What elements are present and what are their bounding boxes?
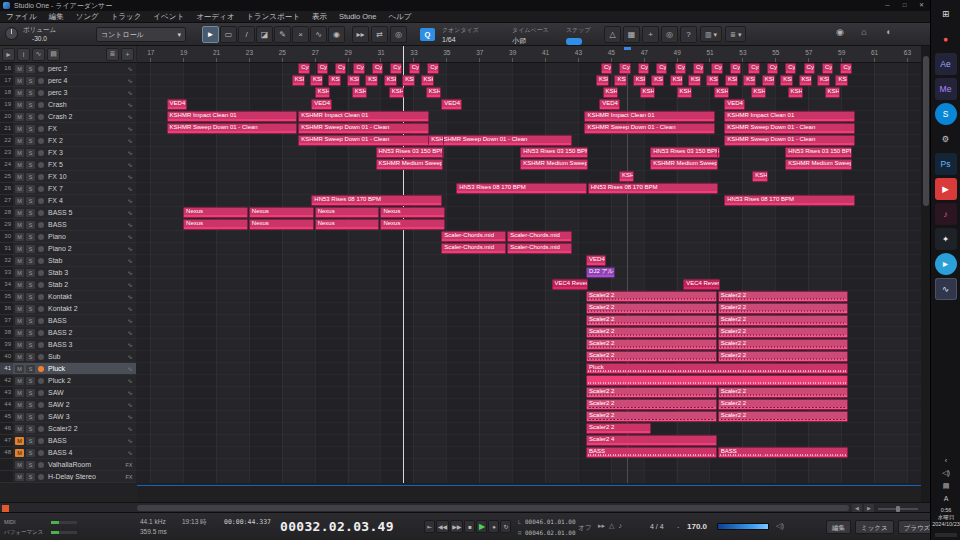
track-row[interactable]: 18MSperc 3∿: [0, 87, 136, 99]
clip-cyma[interactable]: Cyma: [730, 63, 741, 74]
clip-cyma[interactable]: Cyma: [317, 63, 328, 74]
mute-button[interactable]: M: [15, 305, 24, 313]
clip-cyma[interactable]: Cyma: [427, 63, 438, 74]
clip-kshm[interactable]: KSHM: [384, 75, 397, 86]
minimize-button[interactable]: ─: [879, 0, 896, 11]
clip-kshmr-sweep-down-01-clean[interactable]: KSHMR Sweep Down 01 - Clean: [167, 123, 298, 134]
clip-cyma[interactable]: Cyma: [748, 63, 759, 74]
quantize-dropdown[interactable]: クオンタイズ 1/64: [442, 26, 479, 43]
solo-button[interactable]: S: [26, 353, 35, 361]
mute-button[interactable]: M: [15, 125, 24, 133]
mute-button[interactable]: M: [15, 197, 24, 205]
tray-speaker-icon[interactable]: ◁): [931, 469, 960, 477]
solo-button[interactable]: S: [26, 449, 35, 457]
precount-icon[interactable]: ▸▸: [598, 522, 605, 530]
track-row[interactable]: 46MSScaler2 2∿: [0, 423, 136, 435]
clip-hn53-rises-08-170-bpm[interactable]: HN53 Rises 08 170 BPM: [456, 183, 587, 194]
track-row[interactable]: 48MSBASS 4∿: [0, 447, 136, 459]
zoom-icon[interactable]: ◎: [661, 26, 678, 43]
clip-kshmr-sweep-down-01-clean[interactable]: KSHMR Sweep Down 01 - Clean: [724, 123, 855, 134]
clip-scaler2-2[interactable]: Scaler2 2: [718, 387, 849, 398]
clip-kshmr-medium-sweep-0[interactable]: KSHMR Medium Sweep 0: [520, 159, 587, 170]
track-row[interactable]: 32MSStab∿: [0, 255, 136, 267]
layout-grid-button[interactable]: ▥ ▾: [700, 26, 722, 42]
track-row[interactable]: 27MSFX 4∿: [0, 195, 136, 207]
clip-bass[interactable]: BASS: [718, 447, 849, 458]
clip-scaler2-4[interactable]: Scaler2 4: [586, 435, 717, 446]
clip-scaler2-2[interactable]: Scaler2 2: [718, 411, 849, 422]
solo-button[interactable]: S: [26, 365, 35, 373]
solo-button[interactable]: S: [26, 413, 35, 421]
mute-button[interactable]: M: [15, 425, 24, 433]
taskbar-clock[interactable]: 0:56 水曜日 2024/10/23: [931, 507, 960, 528]
mute-button[interactable]: M: [15, 149, 24, 157]
clip-kshm[interactable]: KSHM: [677, 87, 692, 98]
track-row[interactable]: 36MSKontakt 2∿: [0, 303, 136, 315]
listen-tool-icon[interactable]: ◉: [328, 26, 345, 43]
solo-button[interactable]: S: [26, 389, 35, 397]
solo-button[interactable]: S: [26, 281, 35, 289]
menu-item-トラック[interactable]: トラック: [105, 11, 148, 22]
clip-cyma[interactable]: Cyma: [298, 63, 309, 74]
app-photoshop[interactable]: Ps: [935, 153, 957, 175]
solo-button[interactable]: S: [26, 125, 35, 133]
clip-cyma[interactable]: Cyma: [409, 63, 420, 74]
mute-button[interactable]: M: [15, 389, 24, 397]
start-button[interactable]: ⊞: [935, 3, 957, 25]
track-row[interactable]: 37MSBASS∿: [0, 315, 136, 327]
app-telegram[interactable]: ►: [935, 253, 957, 275]
macro-icon[interactable]: ◎: [390, 26, 407, 43]
clip-kshm[interactable]: KSHM: [603, 87, 618, 98]
solo-button[interactable]: S: [26, 437, 35, 445]
clip-hn53-rises-03-150-bpm[interactable]: HN53 Rises 03 150 BPM: [376, 147, 443, 158]
solo-button[interactable]: S: [26, 257, 35, 265]
clip-nexus[interactable]: Nexus: [183, 207, 248, 218]
clip-vec4-reverse-3[interactable]: VEC4 Reverse 3: [683, 279, 720, 290]
mute-button[interactable]: M: [15, 209, 24, 217]
clip-scaler2-2[interactable]: Scaler2 2: [586, 399, 717, 410]
clip-cyma[interactable]: Cyma: [619, 63, 630, 74]
clip-kshm[interactable]: KSHM: [402, 75, 415, 86]
vertical-scrollbar-thumb[interactable]: [923, 56, 929, 206]
clip-scaler2-2[interactable]: Scaler2 2: [586, 411, 717, 422]
track-row[interactable]: 16MSperc 2∿: [0, 63, 136, 75]
clip-kshm[interactable]: KSHM: [651, 75, 664, 86]
clip-scaler-chords-mid[interactable]: Scaler-Chords.mid: [441, 243, 506, 254]
clip-kshm[interactable]: KSHM: [292, 75, 305, 86]
track-row[interactable]: 23MSFX 3∿: [0, 147, 136, 159]
inspector-icon[interactable]: i: [17, 48, 30, 61]
clip-kshm[interactable]: KSHM: [614, 75, 627, 86]
clip-scaler2-2[interactable]: Scaler2 2: [586, 291, 717, 302]
track-row[interactable]: 22MSFX 2∿: [0, 135, 136, 147]
volume-knob[interactable]: [5, 27, 18, 40]
solo-button[interactable]: S: [26, 209, 35, 217]
app-music[interactable]: ♪: [935, 203, 957, 225]
clip-nexus[interactable]: Nexus: [315, 207, 380, 218]
clip-hn53-rises-03-150-bpm[interactable]: HN53 Rises 03 150 BPM: [785, 147, 852, 158]
track-row[interactable]: 40MSSub∿: [0, 351, 136, 363]
solo-button[interactable]: S: [26, 173, 35, 181]
pointer-icon[interactable]: ►: [2, 48, 15, 61]
clip-kshm[interactable]: KSHM: [389, 87, 404, 98]
clip-nexus[interactable]: Nexus: [315, 219, 380, 230]
clip-cyma[interactable]: Cyma: [711, 63, 722, 74]
clip-scaler-chords-mid[interactable]: Scaler-Chords.mid: [507, 243, 572, 254]
notification-icon[interactable]: [935, 533, 957, 537]
app-recorder[interactable]: ●: [935, 28, 957, 50]
mute-button[interactable]: M: [15, 233, 24, 241]
track-row[interactable]: 19MSCrash∿: [0, 99, 136, 111]
app-studio-one[interactable]: ∿: [935, 278, 957, 300]
metronome-icon[interactable]: △: [609, 522, 614, 530]
clip-scaler-chords-mid[interactable]: Scaler-Chords.mid: [507, 231, 572, 242]
clip-kshm[interactable]: KSHM: [310, 75, 323, 86]
menu-item-ソング[interactable]: ソング: [70, 11, 105, 22]
track-row[interactable]: 17MSperc 4∿: [0, 75, 136, 87]
track-row[interactable]: 35MSKontakt∿: [0, 291, 136, 303]
clip-area[interactable]: CymaCymaCymaCymaCymaCymaCymaCymaCymaCyma…: [137, 63, 921, 483]
preroll-status[interactable]: オフ: [578, 524, 591, 533]
help-icon[interactable]: ?: [680, 26, 697, 43]
mute-button[interactable]: M: [15, 89, 24, 97]
solo-button[interactable]: S: [26, 113, 35, 121]
paint-tool-icon[interactable]: ✎: [274, 26, 291, 43]
mute-button[interactable]: M: [15, 461, 24, 469]
